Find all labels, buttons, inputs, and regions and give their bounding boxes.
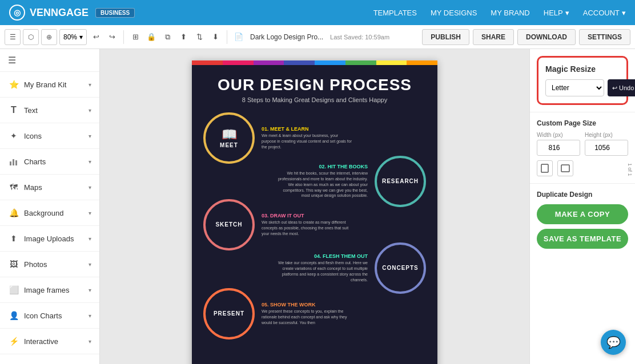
nav-my-brand[interactable]: MY BRAND bbox=[491, 9, 529, 17]
make-copy-btn[interactable]: MAKE A COPY bbox=[537, 204, 628, 224]
magic-undo-btn[interactable]: ↩ Undo bbox=[608, 79, 635, 96]
step-text-research: 02. HIT THE BOOKS We hit the books, scou… bbox=[276, 164, 375, 199]
main-layout: ☰ ⭐ My Brand Kit ▾ T Text ▾ ✦ Icons ▾ Ch… bbox=[0, 49, 635, 364]
sidebar-item-interactive[interactable]: ⚡ Interactive ▾ bbox=[0, 329, 99, 354]
image-uploads-icon: ⬆ bbox=[8, 233, 19, 244]
sketch-step-body: We sketch out ideas to create as many di… bbox=[262, 220, 353, 236]
step-text-meet: 01. MEET & LEARN We meet & learn about y… bbox=[255, 126, 353, 149]
lock-btn[interactable]: 🔒 bbox=[144, 30, 158, 44]
step-text-concepts: 04. FLESH THEM OUT We take our concepts … bbox=[276, 253, 375, 282]
icons-icon: ✦ bbox=[8, 130, 19, 141]
icon-charts-icon: 👤 bbox=[8, 310, 19, 321]
nav-account[interactable]: ACCOUNT ▾ bbox=[583, 9, 626, 17]
undo-btn[interactable]: ↩ bbox=[89, 30, 103, 44]
step-circle-present: PRESENT bbox=[203, 288, 255, 339]
svg-rect-3 bbox=[541, 164, 548, 172]
concepts-step-title: 04. FLESH THEM OUT bbox=[276, 253, 368, 259]
sidebar-item-background[interactable]: 🔔 Background ▾ bbox=[0, 200, 99, 226]
custom-page-size-title: Custom Page Size bbox=[537, 119, 628, 127]
canvas-content: OUR DESIGN PROCESS 8 Steps to Making Gre… bbox=[192, 65, 437, 351]
portrait-btn[interactable] bbox=[537, 160, 553, 176]
sidebar-item-maps[interactable]: 🗺 Maps ▾ bbox=[0, 175, 99, 200]
chevron-text: ▾ bbox=[89, 107, 91, 114]
sidebar-item-icon-charts[interactable]: 👤 Icon Charts ▾ bbox=[0, 303, 99, 329]
svg-rect-1 bbox=[13, 159, 14, 165]
copy-btn[interactable]: ⧉ bbox=[160, 30, 174, 44]
sidebar-item-charts[interactable]: Charts ▾ bbox=[0, 149, 99, 175]
step-row-5: PRESENT 05. SHOW THE WORK We present the… bbox=[203, 288, 426, 339]
sidebar-item-image-uploads[interactable]: ⬆ Image Uploads ▾ bbox=[0, 226, 99, 252]
logo[interactable]: ◎ VENNGAGE bbox=[9, 5, 89, 21]
nav-templates[interactable]: TEMPLATES bbox=[373, 9, 417, 17]
arrange-up-btn[interactable]: ⬆ bbox=[176, 30, 190, 44]
separator-2 bbox=[227, 30, 227, 44]
settings-btn[interactable]: SETTINGS bbox=[579, 29, 630, 45]
color-bar-blue bbox=[315, 60, 345, 65]
zoom-control[interactable]: 80% ▾ bbox=[59, 29, 87, 45]
magic-resize-title: Magic Resize bbox=[545, 64, 620, 74]
redo-btn[interactable]: ↪ bbox=[105, 30, 119, 44]
research-step-body: We hit the books, scour the internet, in… bbox=[276, 171, 368, 199]
step-row-4: CONCEPTS 04. FLESH THEM OUT We take our … bbox=[203, 242, 426, 294]
sidebar-item-image-frames[interactable]: ⬜ Image frames ▾ bbox=[0, 277, 99, 303]
side-panel: Magic Resize Letter A4 Presentation Soci… bbox=[529, 49, 635, 364]
chevron-brand-kit: ▾ bbox=[89, 82, 91, 88]
sidebar-item-icons[interactable]: ✦ Icons ▾ bbox=[0, 123, 99, 149]
sidebar-item-label-image-frames: Image frames bbox=[24, 286, 89, 294]
sidebar: ☰ ⭐ My Brand Kit ▾ T Text ▾ ✦ Icons ▾ Ch… bbox=[0, 49, 100, 364]
sidebar-item-label-maps: Maps bbox=[24, 183, 89, 192]
arrange-sort-btn[interactable]: ⇅ bbox=[192, 30, 206, 44]
meet-step-body: We meet & learn about your business, you… bbox=[262, 133, 353, 149]
canvas-area[interactable]: OUR DESIGN PROCESS 8 Steps to Making Gre… bbox=[100, 49, 529, 364]
arrange-down-btn[interactable]: ⬇ bbox=[208, 30, 222, 44]
meet-book-icon: 📖 bbox=[222, 127, 237, 142]
interactive-icon: ⚡ bbox=[8, 335, 19, 347]
charts-icon bbox=[8, 156, 19, 167]
undo-icon: ↩ bbox=[612, 84, 617, 92]
zoom-arrow: ▾ bbox=[79, 33, 83, 41]
grid-btn[interactable]: ⊞ bbox=[128, 30, 142, 44]
chevron-icons: ▾ bbox=[89, 133, 91, 139]
magic-resize-box: Magic Resize Letter A4 Presentation Soci… bbox=[537, 56, 628, 105]
hamburger-menu-btn[interactable]: ☰ bbox=[5, 29, 21, 45]
height-input[interactable] bbox=[585, 140, 628, 156]
landscape-btn[interactable] bbox=[557, 160, 573, 176]
svg-rect-0 bbox=[10, 161, 11, 165]
select-tool-btn[interactable]: ⬡ bbox=[23, 29, 39, 45]
top-nav: ◎ VENNGAGE BUSINESS TEMPLATES MY DESIGNS… bbox=[0, 0, 635, 25]
nav-my-designs[interactable]: MY DESIGNS bbox=[431, 9, 477, 17]
brand-kit-icon: ⭐ bbox=[8, 79, 19, 90]
sidebar-item-brand-kit[interactable]: ⭐ My Brand Kit ▾ bbox=[0, 72, 99, 98]
logo-text: VENNGAGE bbox=[30, 7, 89, 19]
save-template-btn[interactable]: SAVE AS TEMPLATE bbox=[537, 229, 628, 249]
chat-btn[interactable]: 💬 bbox=[601, 330, 626, 355]
step-text-sketch: 03. DRAW IT OUT We sketch out ideas to c… bbox=[255, 213, 353, 236]
sidebar-toggle[interactable]: ☰ bbox=[0, 49, 99, 72]
resize-select[interactable]: Letter A4 Presentation Social Media Cust… bbox=[545, 79, 604, 96]
business-badge: BUSINESS bbox=[95, 8, 135, 18]
sidebar-item-photos[interactable]: 🖼 Photos ▾ bbox=[0, 252, 99, 277]
present-label: PRESENT bbox=[214, 310, 244, 317]
page-indicator-text: 1 of 1 bbox=[627, 163, 633, 176]
sidebar-item-label-brand-kit: My Brand Kit bbox=[24, 80, 89, 89]
chat-icon: 💬 bbox=[606, 335, 621, 349]
share-btn[interactable]: SHARE bbox=[473, 29, 514, 45]
sidebar-item-label-interactive: Interactive bbox=[24, 337, 89, 346]
nav-links: TEMPLATES MY DESIGNS MY BRAND HELP ▾ ACC… bbox=[373, 9, 626, 17]
separator-1 bbox=[123, 30, 124, 44]
text-icon: T bbox=[8, 104, 19, 116]
meet-step-title: 01. MEET & LEARN bbox=[262, 126, 353, 132]
duplicate-title: Duplicate Design bbox=[537, 191, 628, 199]
download-btn[interactable]: DOWNLOAD bbox=[517, 29, 576, 45]
nav-help[interactable]: HELP ▾ bbox=[544, 9, 569, 17]
crop-tool-btn[interactable]: ⊕ bbox=[41, 29, 57, 45]
width-input[interactable] bbox=[537, 140, 580, 156]
toolbar: ☰ ⬡ ⊕ 80% ▾ ↩ ↪ ⊞ 🔒 ⧉ ⬆ ⇅ ⬇ 📄 Dark Logo … bbox=[0, 25, 635, 49]
chevron-photos: ▾ bbox=[89, 261, 91, 268]
sidebar-item-text[interactable]: T Text ▾ bbox=[0, 98, 99, 123]
publish-btn[interactable]: PUBLISH bbox=[422, 29, 469, 45]
doc-title[interactable]: Dark Logo Design Pro... bbox=[250, 33, 323, 41]
dimension-row: Width (px) Height (px) bbox=[537, 132, 628, 156]
toolbar-right: PUBLISH SHARE DOWNLOAD SETTINGS bbox=[422, 29, 630, 45]
sketch-step-title: 03. DRAW IT OUT bbox=[262, 213, 353, 219]
